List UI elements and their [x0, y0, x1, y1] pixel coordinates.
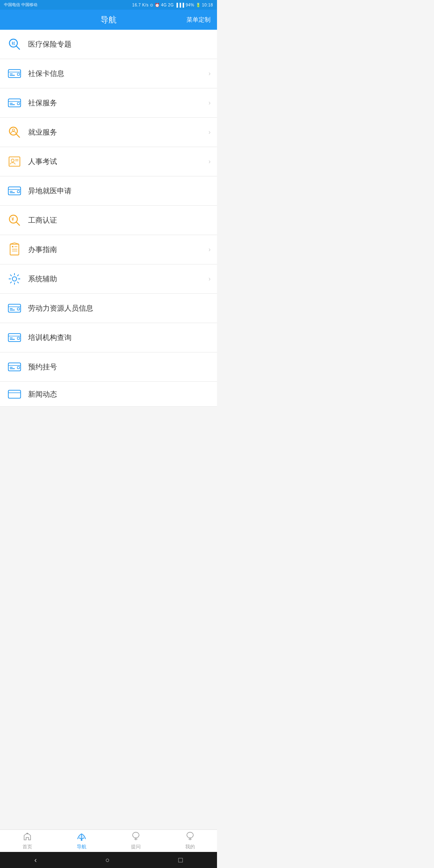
menu-item-guide[interactable]: 办事指南 › — [0, 235, 217, 264]
status-info: 16.7 K/s ⊙ ⏰ 4G 2G ▐▐▐ 94% 🔋 10:18 — [132, 3, 213, 7]
guide-icon — [6, 242, 23, 258]
system-assist-arrow: › — [209, 275, 211, 283]
menu-item-system-assist[interactable]: 系统辅助 › — [0, 264, 217, 294]
business-cert-icon: ¥ — [6, 212, 23, 228]
svg-rect-10 — [10, 103, 12, 104]
menu-list: 社 医疗保险专题 社保卡信息 › — [0, 30, 217, 407]
svg-rect-29 — [12, 246, 14, 248]
employment-label: 就业服务 — [28, 127, 205, 137]
svg-rect-5 — [10, 74, 12, 74]
system-assist-icon — [6, 271, 23, 287]
menu-item-social-card[interactable]: 社保卡信息 › — [0, 59, 217, 88]
social-service-arrow: › — [209, 99, 211, 106]
menu-customize-button[interactable]: 菜单定制 — [186, 16, 211, 24]
remote-medical-icon — [6, 183, 23, 199]
social-card-arrow: › — [209, 70, 211, 77]
svg-text:¥: ¥ — [12, 217, 14, 221]
page-title: 导航 — [100, 14, 117, 25]
guide-arrow: › — [209, 246, 211, 253]
labor-info-label: 劳动力资源人员信息 — [28, 303, 211, 313]
svg-rect-38 — [17, 308, 19, 310]
menu-item-news[interactable]: 新闻动态 — [0, 382, 217, 407]
svg-rect-43 — [17, 337, 19, 339]
social-card-icon — [6, 66, 23, 82]
svg-rect-36 — [10, 308, 12, 309]
social-service-icon — [6, 95, 23, 111]
training-query-label: 培训机构查询 — [28, 333, 211, 342]
svg-rect-42 — [10, 339, 15, 340]
guide-label: 办事指南 — [28, 245, 205, 254]
status-bar: 中国电信 中国移动 16.7 K/s ⊙ ⏰ 4G 2G ▐▐▐ 94% 🔋 1… — [0, 0, 217, 10]
svg-line-27 — [16, 222, 20, 225]
menu-item-medical-insurance[interactable]: 社 医疗保险专题 — [0, 30, 217, 59]
header: 导航 菜单定制 — [0, 10, 217, 30]
svg-rect-28 — [10, 244, 19, 255]
menu-item-social-service[interactable]: 社保服务 › — [0, 88, 217, 118]
system-assist-label: 系统辅助 — [28, 274, 205, 284]
menu-item-labor-info[interactable]: 劳动力资源人员信息 — [0, 294, 217, 323]
svg-rect-23 — [10, 192, 15, 193]
svg-rect-37 — [10, 310, 15, 311]
menu-item-business-cert[interactable]: ¥ 工商认证 — [0, 206, 217, 235]
menu-item-employment[interactable]: 就业服务 › — [0, 118, 217, 147]
svg-rect-7 — [17, 73, 19, 75]
carrier-text: 中国电信 中国移动 — [4, 2, 37, 8]
appointment-label: 预约挂号 — [28, 362, 211, 372]
news-icon — [6, 386, 23, 402]
menu-item-remote-medical[interactable]: 异地就医申请 — [0, 176, 217, 206]
news-label: 新闻动态 — [28, 389, 211, 399]
social-service-label: 社保服务 — [28, 98, 205, 108]
labor-info-icon — [6, 300, 23, 316]
svg-rect-47 — [10, 368, 15, 369]
svg-line-1 — [16, 46, 20, 49]
svg-rect-24 — [17, 190, 19, 192]
svg-rect-46 — [10, 367, 12, 368]
svg-point-17 — [11, 159, 14, 162]
employment-icon — [6, 124, 23, 140]
medical-insurance-icon: 社 — [6, 36, 23, 52]
svg-rect-41 — [10, 338, 12, 338]
medical-insurance-label: 医疗保险专题 — [28, 39, 211, 49]
svg-rect-6 — [10, 75, 15, 76]
training-query-icon — [6, 330, 23, 346]
exam-icon — [6, 154, 23, 170]
exam-label: 人事考试 — [28, 157, 205, 166]
svg-rect-22 — [10, 191, 12, 192]
svg-rect-11 — [10, 104, 15, 105]
svg-point-33 — [12, 277, 17, 281]
remote-medical-label: 异地就医申请 — [28, 186, 211, 196]
svg-point-14 — [12, 129, 14, 131]
svg-rect-16 — [9, 157, 20, 166]
social-card-label: 社保卡信息 — [28, 69, 205, 78]
exam-arrow: › — [209, 158, 211, 165]
menu-item-appointment[interactable]: 预约挂号 — [0, 352, 217, 382]
menu-item-exam[interactable]: 人事考试 › — [0, 147, 217, 176]
svg-rect-48 — [17, 366, 19, 368]
svg-rect-49 — [8, 390, 21, 398]
svg-rect-12 — [17, 102, 19, 104]
business-cert-label: 工商认证 — [28, 215, 211, 225]
menu-item-training-query[interactable]: 培训机构查询 — [0, 323, 217, 352]
appointment-icon — [6, 359, 23, 375]
employment-arrow: › — [209, 129, 211, 136]
svg-line-15 — [16, 134, 20, 137]
svg-text:社: 社 — [11, 41, 16, 45]
